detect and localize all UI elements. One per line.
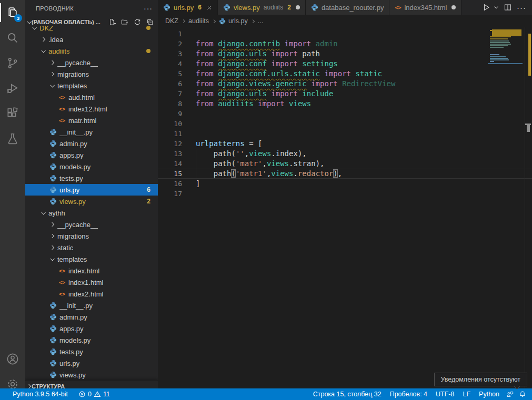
code-line-1[interactable]: 1 (158, 29, 532, 39)
minimap[interactable] (488, 29, 525, 92)
tab-urls.py[interactable]: urls.py6 (158, 0, 218, 15)
new-folder-icon[interactable] (120, 17, 129, 27)
breadcrumb-item-audiiits[interactable]: audiiits (188, 17, 209, 25)
code-line-12[interactable]: 12urlpatterns = [ (158, 139, 532, 149)
cursor-position-item[interactable]: Строка 15, столбец 32 (309, 388, 386, 400)
tree-folder-templates[interactable]: templates (25, 253, 158, 265)
tree-folder-migrations[interactable]: migrations (25, 230, 158, 242)
code-line-7[interactable]: 7from django.urls import include (158, 89, 532, 99)
workspace-section-header[interactable]: (РАБОЧАЯ ОБЛАСТЬ) ... (25, 17, 158, 27)
code-line-16[interactable]: 16] (158, 179, 532, 189)
code-line-3[interactable]: 3from django.urls import path (158, 49, 532, 59)
breadcrumb-item-DKZ[interactable]: DKZ (165, 17, 178, 25)
code-line-13[interactable]: 13 path('',views.index), (158, 149, 532, 159)
tree-file-admin.py[interactable]: admin.py (25, 138, 158, 149)
code-line-17[interactable]: 17 (158, 189, 532, 199)
python-file-icon (48, 360, 58, 367)
tree-item-label: urls.py (59, 186, 79, 194)
python-file-icon (48, 313, 58, 321)
code-line-9[interactable]: 9 (158, 109, 532, 119)
tree-item-label: models.py (59, 336, 91, 344)
tree-folder-aythh[interactable]: aythh (25, 207, 158, 219)
tree-file-aud.html[interactable]: <>aud.html (25, 91, 158, 103)
tab-database_roouter.py[interactable]: database_roouter.py (306, 0, 390, 15)
extensions-icon[interactable] (0, 101, 25, 126)
problems-item[interactable]: 0 11 (74, 388, 114, 400)
tree-folder-migrations[interactable]: migrations (25, 68, 158, 80)
breadcrumb-item-urls.py[interactable]: urls.py (219, 17, 248, 25)
code-line-6[interactable]: 6from django.views.generic import Redire… (158, 79, 532, 89)
tab-label: database_roouter.py (322, 4, 384, 12)
code-line-5[interactable]: 5from django.conf.urls.static import sta… (158, 69, 532, 79)
run-dropdown-chevron-icon[interactable] (494, 3, 500, 12)
tab-views.py[interactable]: views.pyaudiiits2 (218, 0, 306, 15)
collapse-all-icon[interactable] (145, 17, 155, 27)
feedback-icon[interactable] (504, 388, 516, 400)
account-icon[interactable] (0, 346, 25, 372)
tree-file-apps.py[interactable]: apps.py (25, 323, 158, 334)
tree-folder-__pycache__[interactable]: __pycache__ (25, 57, 158, 68)
source-control-icon[interactable] (0, 50, 25, 76)
error-count: 0 (88, 391, 92, 398)
sidebar-more-icon[interactable]: ··· (144, 4, 153, 13)
breadcrumb-item-...[interactable]: ... (258, 17, 263, 25)
tree-item-label: migrations (57, 232, 89, 240)
eol-item[interactable]: LF (458, 388, 475, 400)
tree-folder-.idea[interactable]: .idea (25, 34, 158, 45)
tree-file-models.py[interactable]: models.py (25, 334, 158, 346)
code-line-2[interactable]: 2from django.contrib import admin (158, 39, 532, 49)
tree-file-index12.html[interactable]: <>index12.html (25, 103, 158, 115)
new-file-icon[interactable] (107, 17, 117, 27)
tree-file-__init__.py[interactable]: __init__.py (25, 300, 158, 311)
tree-file-index1.html[interactable]: <>index1.html (25, 276, 158, 288)
run-debug-icon[interactable] (0, 76, 25, 101)
scrollbar-thumb[interactable] (527, 125, 530, 132)
python-interpreter-item[interactable]: Python 3.9.5 64-bit (8, 388, 72, 400)
breadcrumb-separator-icon (212, 19, 216, 23)
tree-file-admin.py[interactable]: admin.py (25, 311, 158, 323)
run-python-file-icon[interactable] (481, 2, 491, 13)
code-line-11[interactable]: 11 (158, 129, 532, 139)
tree-file-tests.py[interactable]: tests.py (25, 172, 158, 184)
code-line-10[interactable]: 10 (158, 119, 532, 129)
tree-file-index.html[interactable]: <>index.html (25, 265, 158, 276)
tree-folder-static[interactable]: static (25, 242, 158, 253)
notifications-bell-icon[interactable] (516, 388, 529, 400)
tree-file-urls.py[interactable]: urls.py (25, 357, 158, 369)
language-mode-item[interactable]: Python (475, 388, 504, 400)
line-number: 14 (158, 159, 182, 169)
tree-item-label: admin.py (59, 140, 87, 148)
tree-file-views.py[interactable]: views.py (25, 369, 158, 380)
tab-label: views.py (234, 4, 260, 12)
editor-more-actions-icon[interactable]: ··· (515, 3, 528, 12)
close-icon[interactable] (206, 5, 212, 11)
line-number: 10 (158, 119, 182, 129)
search-icon[interactable] (0, 25, 25, 50)
code-line-14[interactable]: 14 path('matr',views.stran), (158, 159, 532, 169)
tree-file-__init__.py[interactable]: __init__.py (25, 126, 158, 138)
indentation-item[interactable]: Пробелов: 4 (386, 388, 431, 400)
tab-index345.html[interactable]: <>index345.html (389, 0, 461, 15)
tree-file-tests.py[interactable]: tests.py (25, 346, 158, 357)
tree-folder-templates[interactable]: templates (25, 80, 158, 91)
code-editor[interactable]: 12from django.contrib import admin3from … (158, 27, 532, 400)
code-line-8[interactable]: 8from audiiits import views (158, 99, 532, 109)
tree-folder-audiiits[interactable]: audiiits (25, 45, 158, 57)
tree-file-models.py[interactable]: models.py (25, 161, 158, 172)
tree-file-apps.py[interactable]: apps.py (25, 149, 158, 161)
tree-file-matr.html[interactable]: <>matr.html (25, 115, 158, 126)
editor-scrollbar[interactable] (525, 27, 532, 400)
line-number: 6 (158, 79, 182, 89)
split-editor-icon[interactable] (503, 2, 513, 13)
tree-file-views.py[interactable]: views.py2 (25, 196, 158, 207)
tree-file-urls.py[interactable]: urls.py6 (25, 184, 158, 196)
refresh-icon[interactable] (133, 17, 142, 27)
code-line-4[interactable]: 4from django.conf import settings (158, 59, 532, 69)
tree-folder-__pycache__[interactable]: __pycache__ (25, 219, 158, 230)
explorer-icon[interactable]: 3 (0, 0, 25, 25)
tree-file-index2.html[interactable]: <>index2.html (25, 288, 158, 300)
testing-icon[interactable] (0, 126, 25, 151)
encoding-item[interactable]: UTF-8 (431, 388, 458, 400)
tree-folder-DKZ[interactable]: DKZ (25, 26, 158, 34)
code-line-15[interactable]: 15 path('matr1',views.redactor), (158, 169, 532, 179)
